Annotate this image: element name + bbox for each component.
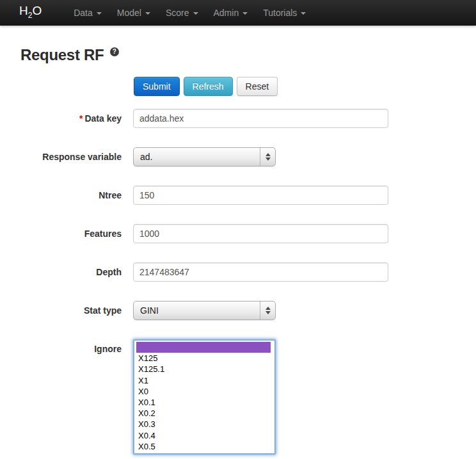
form-row-data-key: *Data key [0, 109, 476, 128]
nav-item-tutorials[interactable]: Tutorials [255, 0, 313, 26]
stat-type-label: Stat type [0, 301, 122, 316]
form-row-features: Features [0, 224, 476, 243]
selected-value: ad. [134, 152, 260, 162]
nav-item-admin[interactable]: Admin [206, 0, 256, 26]
depth-label: Depth [0, 262, 122, 277]
features-input[interactable] [133, 224, 388, 243]
listbox-option[interactable]: X1 [136, 375, 274, 386]
listbox-option[interactable]: X0.4 [136, 430, 274, 441]
depth-input[interactable] [133, 262, 388, 282]
nav-item-label: Tutorials [263, 8, 297, 18]
ignore-label: Ignore [0, 339, 122, 354]
form-row-ntree: Ntree [0, 186, 476, 205]
data-key-input[interactable] [133, 109, 388, 128]
nav-item-label: Model [117, 8, 141, 18]
listbox-option[interactable]: X0.1 [136, 397, 274, 408]
form-row-stat-type: Stat type GINI [0, 301, 476, 320]
brand-text-o: O [32, 4, 42, 17]
chevron-down-icon [193, 12, 198, 15]
nav-item-data[interactable]: Data [66, 0, 109, 26]
nav-item-label: Data [74, 8, 93, 18]
response-variable-label: Response variable [0, 147, 122, 162]
listbox-option-selected[interactable] [136, 342, 271, 353]
ignore-multiselect[interactable]: X125 X125.1 X1 X0 X0.1 X0.2 X0.3 X0.4 X0… [133, 339, 276, 455]
data-key-label: *Data key [0, 109, 122, 124]
listbox-option[interactable]: X0.3 [136, 419, 274, 430]
stat-type-select[interactable]: GINI [133, 301, 276, 320]
top-navbar: H2O Data Model Score Admin Tutorials [0, 0, 476, 26]
nav-item-label: Score [166, 8, 189, 18]
listbox-option[interactable]: X0.2 [136, 408, 274, 419]
reset-button[interactable]: Reset [237, 77, 278, 96]
page-header: Request RF ? [20, 46, 476, 64]
ntree-label: Ntree [0, 186, 122, 200]
request-rf-form: *Data key Response variable ad. Ntree Fe… [0, 109, 476, 455]
submit-button[interactable]: Submit [134, 77, 180, 96]
main-menu: Data Model Score Admin Tutorials [66, 0, 313, 26]
features-label: Features [0, 224, 122, 239]
nav-item-model[interactable]: Model [109, 0, 158, 26]
data-key-label-text: Data key [84, 113, 122, 124]
ntree-input[interactable] [133, 186, 388, 205]
chevron-down-icon [97, 12, 102, 15]
refresh-button[interactable]: Refresh [184, 77, 233, 96]
h2o-logo[interactable]: H2O [0, 0, 52, 28]
selected-value: GINI [134, 305, 260, 316]
select-arrows-icon [260, 302, 275, 319]
nav-item-score[interactable]: Score [158, 0, 206, 26]
nav-item-label: Admin [214, 8, 239, 18]
listbox-option[interactable]: X0.5 [136, 441, 274, 452]
chevron-down-icon [301, 12, 306, 15]
page-title: Request RF [20, 46, 104, 63]
required-asterisk: * [79, 113, 83, 124]
listbox-option[interactable]: X125.1 [136, 364, 274, 374]
chevron-down-icon [145, 12, 150, 15]
form-row-ignore: Ignore X125 X125.1 X1 X0 X0.1 X0.2 X0.3 … [0, 339, 476, 455]
listbox-option[interactable]: X0 [136, 386, 274, 397]
form-row-response-variable: Response variable ad. [0, 147, 476, 166]
brand-text: H [19, 4, 28, 17]
chevron-down-icon [242, 12, 248, 15]
form-row-depth: Depth [0, 262, 476, 282]
select-arrows-icon [260, 148, 275, 166]
help-icon[interactable]: ? [110, 47, 119, 56]
listbox-option[interactable]: X125 [136, 353, 274, 364]
form-actions: Submit Refresh Reset [134, 77, 476, 96]
response-variable-select[interactable]: ad. [133, 147, 276, 166]
